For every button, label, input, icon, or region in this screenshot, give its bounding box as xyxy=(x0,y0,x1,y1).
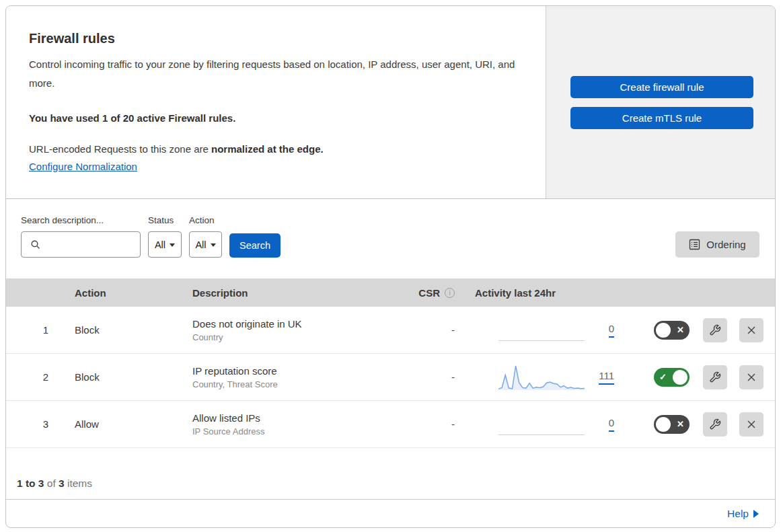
create-firewall-rule-button[interactable]: Create firewall rule xyxy=(570,76,753,98)
table-header: Action Description CSR i Activity last 2… xyxy=(6,278,775,307)
edit-rule-button[interactable] xyxy=(703,412,727,436)
close-icon xyxy=(746,419,757,430)
rule-csr: - xyxy=(394,324,455,336)
pagination-summary: 1 to 3 of 3 items xyxy=(6,448,775,500)
chevron-down-icon xyxy=(211,243,216,247)
sparkline-chart xyxy=(498,363,585,392)
rule-description-cell: IP reputation score Country, Threat Scor… xyxy=(192,365,394,389)
status-label: Status xyxy=(148,215,182,225)
rule-enabled-toggle[interactable]: ✓ ✕ xyxy=(654,321,690,340)
info-icon[interactable]: i xyxy=(445,288,455,298)
rule-action: Block xyxy=(75,324,192,336)
rule-match-fields: Country xyxy=(192,332,394,342)
action-group: Action All xyxy=(189,215,222,258)
rule-description: IP reputation score xyxy=(192,365,394,377)
search-box[interactable] xyxy=(21,231,141,258)
ordering-icon xyxy=(689,239,700,250)
delete-rule-button[interactable] xyxy=(739,318,764,342)
rule-match-fields: IP Source Address xyxy=(192,426,394,436)
sparkline-baseline xyxy=(498,340,585,341)
delete-rule-button[interactable] xyxy=(739,412,764,436)
toggle-knob xyxy=(673,370,687,385)
column-csr: CSR i xyxy=(394,287,455,299)
rule-controls: ✓ ✕ xyxy=(654,318,775,342)
rule-action: Allow xyxy=(75,418,192,430)
search-label: Search description... xyxy=(21,215,141,225)
toggle-cross-icon: ✕ xyxy=(677,325,684,335)
ordering-button[interactable]: Ordering xyxy=(675,231,759,258)
toggle-check-icon: ✓ xyxy=(659,372,667,382)
wrench-icon xyxy=(709,418,721,430)
activity-count-cell: 111 xyxy=(585,370,614,385)
search-group: Search description... xyxy=(21,215,141,258)
rule-enabled-toggle[interactable]: ✓ ✕ xyxy=(654,368,690,387)
action-select[interactable]: All xyxy=(189,231,222,258)
items-range: 1 to 3 xyxy=(17,478,44,490)
firewall-rule-row: 1 Block Does not originate in UK Country… xyxy=(6,307,775,354)
search-input[interactable] xyxy=(46,239,133,250)
toggle-knob xyxy=(656,417,671,432)
close-icon xyxy=(746,325,757,336)
wrench-icon xyxy=(709,324,721,336)
activity-sparkline xyxy=(498,410,585,439)
firewall-rule-row: 2 Block IP reputation score Country, Thr… xyxy=(6,354,775,401)
items-label: items xyxy=(67,478,92,490)
help-bar: Help xyxy=(6,500,775,527)
column-action: Action xyxy=(75,287,192,299)
rule-csr: - xyxy=(394,371,455,383)
status-select[interactable]: All xyxy=(148,231,182,258)
items-of-label: of xyxy=(47,478,56,490)
header-section: Firewall rules Control incoming traffic … xyxy=(6,6,775,199)
help-link[interactable]: Help xyxy=(727,508,759,520)
rule-activity-cell: 0 ✓ ✕ xyxy=(475,315,775,345)
items-total: 3 xyxy=(59,478,65,490)
rule-description: Does not originate in UK xyxy=(192,318,394,330)
column-csr-label: CSR xyxy=(418,287,440,299)
rule-controls: ✓ ✕ xyxy=(654,365,775,389)
rule-match-fields: Country, Threat Score xyxy=(192,379,394,389)
activity-sparkline xyxy=(498,363,585,392)
activity-count-link[interactable]: 0 xyxy=(609,417,614,432)
rule-priority: 1 xyxy=(17,324,75,336)
normalization-prefix: URL-encoded Requests to this zone are xyxy=(29,143,209,155)
activity-count-link[interactable]: 0 xyxy=(609,323,614,338)
page-description: Control incoming traffic to your zone by… xyxy=(29,55,520,93)
normalization-bold: normalized at the edge. xyxy=(211,143,324,155)
search-button[interactable]: Search xyxy=(229,233,281,258)
header-content: Firewall rules Control incoming traffic … xyxy=(6,6,546,198)
delete-rule-button[interactable] xyxy=(739,365,764,389)
column-activity: Activity last 24hr xyxy=(475,287,775,299)
activity-count-cell: 0 xyxy=(585,323,614,338)
edit-rule-button[interactable] xyxy=(703,365,727,389)
rule-description-cell: Does not originate in UK Country xyxy=(192,318,394,342)
help-arrow-icon xyxy=(753,510,759,518)
wrench-icon xyxy=(709,371,721,383)
page-title: Firewall rules xyxy=(29,31,525,46)
configure-normalization-link[interactable]: Configure Normalization xyxy=(29,161,137,172)
rule-priority: 2 xyxy=(17,371,75,383)
ordering-button-label: Ordering xyxy=(706,239,745,250)
create-mtls-rule-button[interactable]: Create mTLS rule xyxy=(570,107,753,129)
help-link-label: Help xyxy=(727,508,749,520)
sparkline-baseline xyxy=(498,434,585,435)
firewall-rule-row: 3 Allow Allow listed IPs IP Source Addre… xyxy=(6,401,775,448)
status-group: Status All xyxy=(148,215,182,258)
rule-action: Block xyxy=(75,371,192,383)
column-description: Description xyxy=(192,287,394,299)
toggle-knob xyxy=(656,323,671,338)
actions-panel: Create firewall rule Create mTLS rule xyxy=(546,6,775,198)
usage-text: You have used 1 of 20 active Firewall ru… xyxy=(29,112,525,124)
rule-description: Allow listed IPs xyxy=(192,412,394,424)
rule-enabled-toggle[interactable]: ✓ ✕ xyxy=(654,415,690,434)
search-icon xyxy=(30,239,41,250)
action-select-value: All xyxy=(195,239,206,250)
toggle-cross-icon: ✕ xyxy=(677,419,684,429)
rule-priority: 3 xyxy=(17,418,75,430)
activity-count-link[interactable]: 111 xyxy=(599,370,614,385)
rule-activity-cell: 111 ✓ ✕ xyxy=(475,363,775,392)
edit-rule-button[interactable] xyxy=(703,318,727,342)
action-label: Action xyxy=(189,215,222,225)
status-select-value: All xyxy=(155,239,165,250)
rule-activity-cell: 0 ✓ ✕ xyxy=(475,410,775,439)
activity-sparkline xyxy=(498,315,585,345)
